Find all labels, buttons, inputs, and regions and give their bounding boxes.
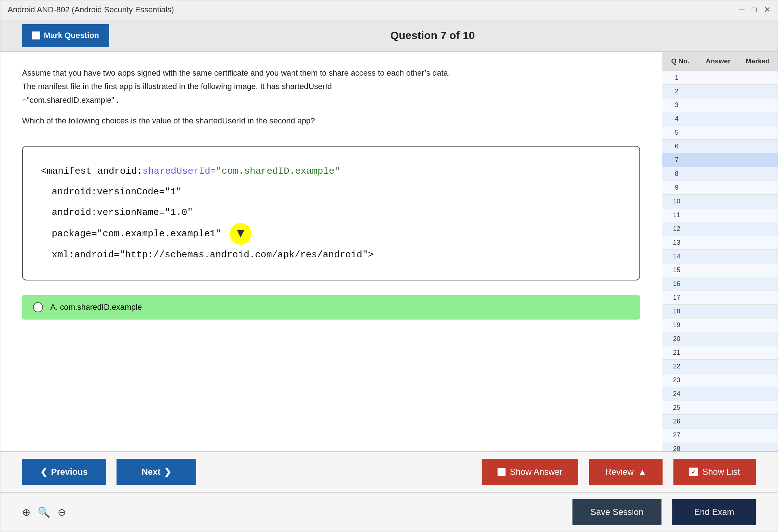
end-exam-label: End Exam: [694, 507, 734, 517]
zoom-in-button[interactable]: ⊕: [22, 506, 30, 518]
sidebar-row-23[interactable]: 23: [662, 373, 778, 387]
window-title: Android AND-802 (Android Security Essent…: [8, 5, 174, 14]
sidebar-row-5[interactable]: 5: [662, 126, 778, 140]
question-title: Question 7 of 10: [109, 29, 756, 42]
code-block: <manifest android:sharedUserId="com.shar…: [22, 146, 640, 281]
footer-nav-bar: Previous Next Show Answer Review ▲ ✓ Sho…: [0, 451, 778, 492]
header-bar: Mark Question Question 7 of 10: [0, 19, 778, 52]
show-answer-checkbox-icon: [498, 468, 506, 476]
question-area: Assume that you have two apps signed wit…: [0, 52, 662, 451]
bottom-bar: ⊕ 🔍 ⊖ Save Session End Exam: [0, 492, 778, 532]
sidebar-row-3[interactable]: 3: [662, 98, 778, 112]
question-text-line3: ="com.sharedID.example" .: [22, 96, 119, 105]
main-content: Assume that you have two apps signed wit…: [0, 52, 778, 451]
zoom-controls: ⊕ 🔍 ⊖: [22, 506, 66, 518]
zoom-out-button[interactable]: ⊖: [58, 506, 66, 518]
chevron-right-icon: [164, 467, 171, 477]
sidebar-row-14[interactable]: 14: [662, 250, 778, 263]
mark-checkbox-icon: [32, 31, 40, 39]
show-list-check-icon: ✓: [689, 468, 698, 476]
mark-question-label: Mark Question: [44, 31, 99, 40]
cursor-highlight: [230, 223, 251, 245]
code-line-1: <manifest android:sharedUserId="com.shar…: [41, 161, 621, 182]
code-package-text: package="com.example.example1": [52, 228, 221, 239]
next-button[interactable]: Next: [117, 459, 196, 485]
sidebar-header: Q No. Answer Marked: [662, 52, 778, 71]
chevron-left-icon: [40, 467, 47, 477]
sidebar-row-25[interactable]: 25: [662, 401, 778, 415]
sidebar-row-20[interactable]: 20: [662, 332, 778, 346]
review-button[interactable]: Review ▲: [589, 459, 662, 485]
cursor-arrow-icon: [237, 230, 244, 237]
question-text-line1: Assume that you have two apps signed wit…: [22, 68, 450, 77]
code-line-2: android:versionCode="1": [41, 182, 621, 202]
previous-label: Previous: [51, 467, 88, 477]
sidebar-row-1[interactable]: 1: [662, 71, 778, 85]
radio-a: [33, 302, 43, 312]
save-session-label: Save Session: [591, 507, 644, 517]
review-dropdown-icon: ▲: [638, 467, 647, 477]
review-label: Review: [605, 467, 634, 477]
sidebar-row-7-current[interactable]: 7: [662, 153, 778, 167]
answer-label-a: A. com.sharedID.example: [50, 303, 142, 312]
sidebar-row-22[interactable]: 22: [662, 360, 778, 373]
code-attr-name: sharedUserId=: [143, 166, 216, 177]
code-attr-value: "com.sharedID.example": [216, 166, 340, 177]
zoom-reset-button[interactable]: 🔍: [38, 506, 50, 518]
sidebar-row-24[interactable]: 24: [662, 387, 778, 401]
save-session-button[interactable]: Save Session: [572, 499, 662, 525]
end-exam-button[interactable]: End Exam: [672, 499, 756, 525]
mark-question-button[interactable]: Mark Question: [22, 24, 109, 47]
minimize-icon[interactable]: ─: [739, 5, 745, 14]
sidebar-row-16[interactable]: 16: [662, 277, 778, 291]
sidebar-row-11[interactable]: 11: [662, 208, 778, 222]
sidebar-row-15[interactable]: 15: [662, 263, 778, 277]
sidebar-row-8[interactable]: 8: [662, 167, 778, 181]
sidebar-col-answer: Answer: [695, 57, 741, 65]
sidebar-row-17[interactable]: 17: [662, 291, 778, 305]
question-text-block: Assume that you have two apps signed wit…: [22, 66, 640, 107]
question-text-line2: The manifest file in the first app is il…: [22, 82, 332, 91]
show-list-label: Show List: [702, 467, 740, 477]
sidebar-row-21[interactable]: 21: [662, 346, 778, 360]
show-list-button[interactable]: ✓ Show List: [673, 459, 756, 485]
show-answer-button[interactable]: Show Answer: [482, 459, 578, 485]
sidebar-row-13[interactable]: 13: [662, 236, 778, 250]
code-line-4: package="com.example.example1": [41, 223, 621, 245]
sidebar-row-6[interactable]: 6: [662, 140, 778, 153]
maximize-icon[interactable]: □: [752, 5, 757, 14]
code-line-3: android:versionName="1.0": [41, 202, 621, 223]
next-label: Next: [141, 467, 160, 477]
question-list-sidebar: Q No. Answer Marked 1 2 3 4 5 6 7 8 9 10…: [662, 52, 778, 451]
sidebar-row-27[interactable]: 27: [662, 428, 778, 442]
answer-option-a[interactable]: A. com.sharedID.example: [22, 295, 640, 320]
window-controls: ─ □ ✕: [739, 5, 770, 14]
sidebar-row-19[interactable]: 19: [662, 318, 778, 332]
sidebar-row-26[interactable]: 26: [662, 415, 778, 428]
sidebar-row-12[interactable]: 12: [662, 222, 778, 236]
code-prefix-1: <manifest android:: [41, 166, 143, 177]
sidebar-scroll-area[interactable]: 1 2 3 4 5 6 7 8 9 10 11 12 13 14 15 16 1…: [662, 71, 778, 451]
sidebar-row-2[interactable]: 2: [662, 85, 778, 98]
sidebar-row-28[interactable]: 28: [662, 442, 778, 451]
close-icon[interactable]: ✕: [764, 5, 770, 14]
sidebar-row-4[interactable]: 4: [662, 112, 778, 126]
sidebar-col-marked: Marked: [741, 57, 774, 65]
show-answer-label: Show Answer: [510, 467, 562, 477]
title-bar: Android AND-802 (Android Security Essent…: [0, 0, 778, 19]
code-line-5: xml:android="http://schemas.android.com/…: [41, 245, 621, 265]
previous-button[interactable]: Previous: [22, 459, 106, 485]
sidebar-row-9[interactable]: 9: [662, 181, 778, 195]
main-window: Android AND-802 (Android Security Essent…: [0, 0, 778, 532]
sidebar-row-10[interactable]: 10: [662, 195, 778, 208]
question-text-line4: Which of the following choices is the va…: [22, 114, 640, 127]
sidebar-row-18[interactable]: 18: [662, 305, 778, 318]
sidebar-col-qno: Q No.: [666, 57, 695, 65]
